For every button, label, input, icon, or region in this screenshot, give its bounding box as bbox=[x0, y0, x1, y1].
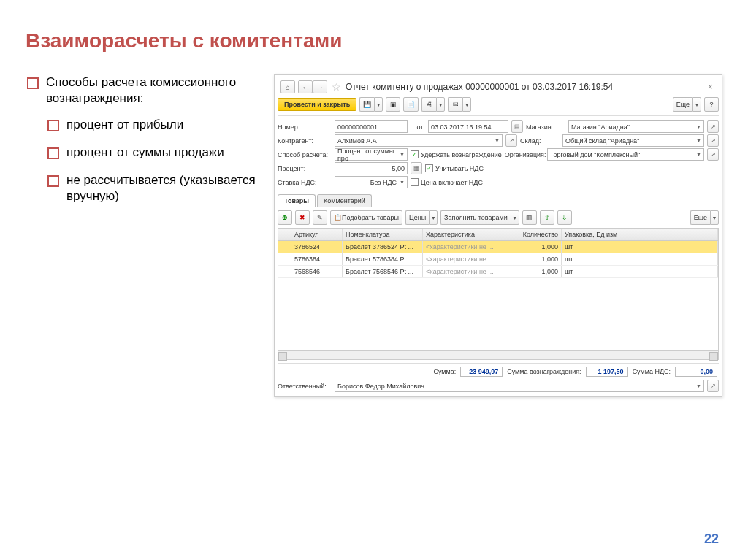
warehouse-field[interactable]: Общий склад "Ариадна"▼ bbox=[562, 134, 704, 147]
forward-icon[interactable]: → bbox=[313, 80, 327, 93]
page-number: 22 bbox=[704, 532, 719, 547]
app-window: ⌂ ← → ☆ Отчет комитенту о продажах 00000… bbox=[274, 74, 722, 397]
post-icon[interactable]: ▣ bbox=[386, 97, 400, 112]
contragent-label: Контрагент: bbox=[278, 137, 332, 145]
commission-label: Сумма вознаграждения: bbox=[507, 368, 581, 375]
number-field[interactable]: 00000000001 bbox=[335, 120, 408, 133]
warehouse-open-icon[interactable]: ↗ bbox=[707, 134, 719, 147]
method-field[interactable]: Процент от суммы про▼ bbox=[335, 148, 408, 161]
window-title: Отчет комитенту о продажах 00000000001 о… bbox=[346, 82, 702, 92]
edit-row-icon[interactable]: ✎ bbox=[313, 210, 327, 225]
fill-goods-button[interactable]: Заполнить товарами bbox=[440, 210, 511, 225]
org-open-icon[interactable]: ↗ bbox=[707, 148, 719, 161]
bullet-sub-1: процент от прибыли bbox=[46, 117, 259, 133]
back-icon[interactable]: ← bbox=[298, 80, 313, 93]
more-button[interactable]: Еще bbox=[673, 97, 692, 112]
prices-button[interactable]: Цены bbox=[405, 210, 429, 225]
email-icon[interactable]: ✉ bbox=[448, 97, 462, 112]
grid-more-button[interactable]: Еще bbox=[690, 210, 710, 225]
bullet-sub-3: не рассчитывается (указывается вручную) bbox=[46, 172, 259, 204]
number-label: Номер: bbox=[278, 123, 332, 131]
sum-value: 23 949,97 bbox=[460, 367, 503, 377]
home-icon[interactable]: ⌂ bbox=[280, 80, 295, 93]
percent-label: Процент: bbox=[278, 165, 332, 172]
close-icon[interactable]: × bbox=[705, 82, 716, 92]
grid-more-dropdown-icon[interactable]: ▼ bbox=[710, 210, 719, 225]
favorite-icon[interactable]: ☆ bbox=[332, 81, 341, 93]
org-label: Организация: bbox=[505, 151, 544, 158]
move-up-icon[interactable]: ⇧ bbox=[540, 210, 554, 225]
tab-comment[interactable]: Комментарий bbox=[317, 194, 372, 207]
sum-label: Сумма: bbox=[433, 368, 456, 375]
table-row[interactable]: 7568546 Браслет 7568546 Pt ... <характер… bbox=[278, 266, 718, 278]
more-dropdown-icon[interactable]: ▼ bbox=[692, 97, 701, 112]
table-row[interactable]: 5786384 Браслет 5786384 Pt ... <характер… bbox=[278, 253, 718, 266]
pick-goods-button[interactable]: 📋 Подобрать товары bbox=[330, 210, 402, 225]
col-qty[interactable]: Количество bbox=[503, 229, 562, 240]
email-dropdown-icon[interactable]: ▼ bbox=[462, 97, 471, 112]
slide-title: Взаиморасчеты с комитентами bbox=[26, 29, 722, 53]
table-row[interactable]: 3786524 Браслет 3786524 Pt ... <характер… bbox=[278, 241, 718, 253]
vat-label: Сумма НДС: bbox=[633, 368, 671, 375]
warehouse-label: Склад: bbox=[520, 137, 560, 145]
col-nomenclature[interactable]: Номенклатура bbox=[343, 229, 423, 240]
fill-dropdown-icon[interactable]: ▼ bbox=[511, 210, 519, 225]
price-incl-vat-checkbox[interactable]: Цена включает НДС bbox=[411, 178, 483, 186]
withhold-checkbox[interactable]: ✓Удержать вознаграждение bbox=[411, 150, 502, 158]
bullet-sub-2: процент от суммы продажи bbox=[46, 145, 259, 161]
date-field[interactable]: 03.03.2017 16:19:54 bbox=[428, 120, 508, 133]
col-characteristic[interactable]: Характеристика bbox=[423, 229, 503, 240]
help-icon[interactable]: ? bbox=[704, 97, 719, 112]
scan-icon[interactable]: ▥ bbox=[522, 210, 537, 225]
org-field[interactable]: Торговый дом "Комплексный"▼ bbox=[547, 148, 704, 161]
vat-include-checkbox[interactable]: ✓Учитывать НДС bbox=[425, 164, 484, 172]
shop-label: Магазин: bbox=[526, 123, 565, 131]
responsible-open-icon[interactable]: ↗ bbox=[707, 380, 719, 392]
method-label: Способ расчета: bbox=[278, 151, 332, 158]
col-unit[interactable]: Упаковка, Ед изм bbox=[562, 229, 718, 240]
responsible-label: Ответственный: bbox=[278, 383, 332, 390]
base-on-icon[interactable]: 📄 bbox=[403, 97, 419, 112]
vat-rate-field[interactable]: Без НДС▼ bbox=[335, 176, 408, 188]
responsible-field[interactable]: Борисов Федор Михайлович▼ bbox=[335, 380, 704, 392]
date-label: от: bbox=[411, 123, 425, 131]
save-icon[interactable]: 💾 bbox=[359, 97, 374, 112]
calendar-icon[interactable]: ▤ bbox=[511, 120, 523, 133]
goods-grid: Артикул Номенклатура Характеристика Коли… bbox=[278, 228, 719, 360]
calc-icon[interactable]: ▦ bbox=[411, 162, 422, 174]
horizontal-scrollbar[interactable] bbox=[278, 350, 718, 359]
contragent-open-icon[interactable]: ↗ bbox=[505, 134, 517, 147]
save-dropdown-icon[interactable]: ▼ bbox=[374, 97, 383, 112]
delete-row-icon[interactable]: ✖ bbox=[295, 210, 310, 225]
shop-open-icon[interactable]: ↗ bbox=[707, 120, 719, 133]
vat-value: 0,00 bbox=[675, 367, 717, 377]
print-dropdown-icon[interactable]: ▼ bbox=[436, 97, 445, 112]
post-and-close-button[interactable]: Провести и закрыть bbox=[278, 98, 356, 111]
print-icon[interactable]: 🖨 bbox=[421, 97, 436, 112]
bullet-main-text: Способы расчета комиссионного вознагражд… bbox=[46, 75, 236, 105]
tab-goods[interactable]: Товары bbox=[278, 194, 316, 207]
commission-value: 1 197,50 bbox=[586, 367, 628, 377]
shop-field[interactable]: Магазин "Ариадна"▼ bbox=[568, 120, 704, 133]
bullet-main: Способы расчета комиссионного вознагражд… bbox=[26, 74, 259, 205]
contragent-field[interactable]: Алхимов А.А▼ bbox=[335, 134, 503, 147]
percent-field[interactable]: 5,00 bbox=[335, 162, 408, 174]
move-down-icon[interactable]: ⇩ bbox=[557, 210, 572, 225]
col-article[interactable]: Артикул bbox=[291, 229, 343, 240]
vat-rate-label: Ставка НДС: bbox=[278, 179, 332, 186]
prices-dropdown-icon[interactable]: ▼ bbox=[429, 210, 438, 225]
add-row-icon[interactable]: ⊕ bbox=[278, 210, 292, 225]
